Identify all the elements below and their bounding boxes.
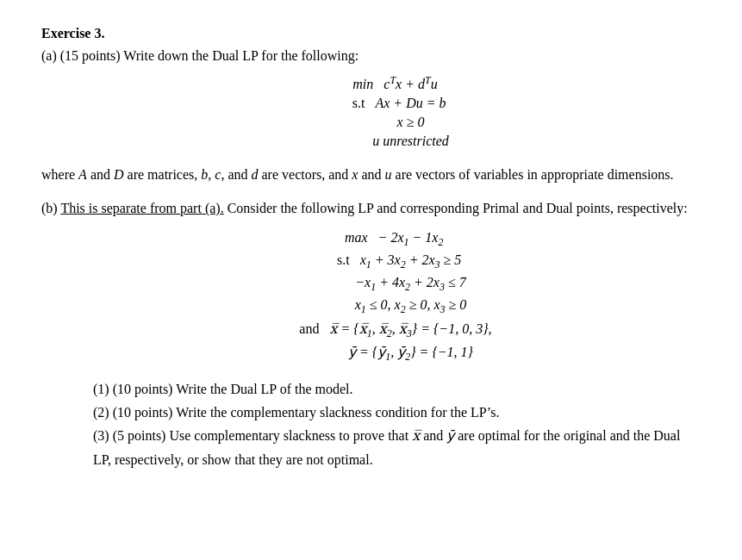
lp2-c4: and x̅ = {x̅1, x̅2, x̅3} = {−1, 0, 3}, <box>250 320 491 340</box>
lp2-obj: max − 2x1 − 1x2 <box>299 230 444 249</box>
where-text: where A and D are matrices, b, c, and d … <box>41 165 701 185</box>
part-b-underline: This is separate from part (a). <box>60 201 223 215</box>
lp1-line4: u unrestricted <box>293 134 449 149</box>
lp2-c3: x1 ≤ 0, x2 ≥ 0, x3 ≥ 0 <box>276 297 467 316</box>
sub-items: (1) (10 points) Write the Dual LP of the… <box>41 377 701 471</box>
sub-item-2: (2) (10 points) Write the complementary … <box>93 401 701 424</box>
sub-item-1: (1) (10 points) Write the Dual LP of the… <box>93 377 701 401</box>
lp1-line1: min cTx + dTu <box>304 74 437 92</box>
part-b-intro: (b) This is separate from part (a). Cons… <box>41 197 701 220</box>
title-text: Exercise 3. <box>41 26 104 40</box>
lp2-c5: ȳ = {ȳ1, ȳ2} = {−1, 1} <box>269 344 473 364</box>
lp2-c2: −x1 + 4x2 + 2x3 ≤ 7 <box>276 275 466 294</box>
lp1-line2: s.t Ax + Du = b <box>296 96 446 111</box>
lp1-block: min cTx + dTu s.t Ax + Du = b x ≥ 0 u un… <box>41 72 701 151</box>
sub-item-3: (3) (5 points) Use complementary slackne… <box>93 424 701 470</box>
part-b-section: (b) This is separate from part (a). Cons… <box>41 197 701 470</box>
part-a-section: (a) (15 points) Write down the Dual LP f… <box>41 48 701 151</box>
part-a-label: (a) (15 points) Write down the Dual LP f… <box>41 48 701 64</box>
part-b-rest: Consider the following LP and correspond… <box>224 201 688 215</box>
lp2-block: max − 2x1 − 1x2 s.t x1 + 3x2 + 2x3 ≥ 5 −… <box>41 228 701 365</box>
lp2-c1: s.t x1 + 3x2 + 2x3 ≥ 5 <box>281 252 462 271</box>
part-b-label: (b) <box>41 201 60 215</box>
lp1-line3: x ≥ 0 <box>318 115 425 130</box>
exercise-title: Exercise 3. <box>41 26 701 41</box>
